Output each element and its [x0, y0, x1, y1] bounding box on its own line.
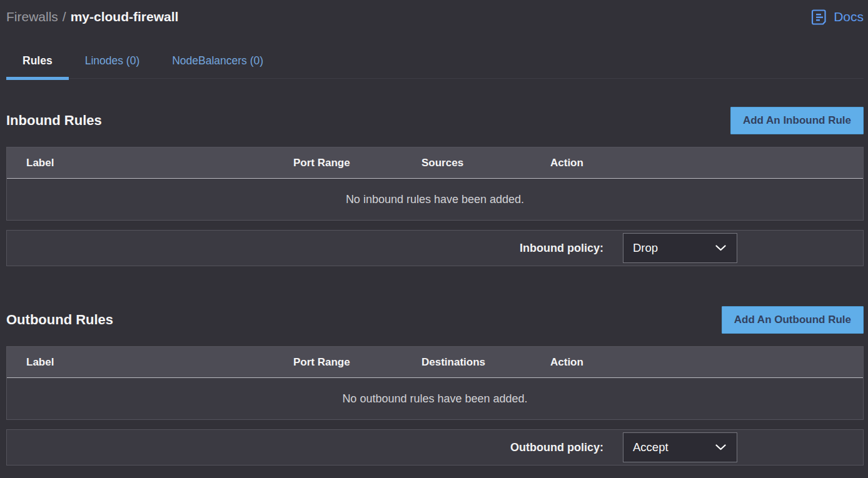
breadcrumb-firewalls-link[interactable]: Firewalls	[6, 9, 58, 24]
outbound-column-port-range: Port Range	[293, 356, 421, 369]
outbound-policy-select[interactable]: Accept	[623, 432, 737, 462]
add-outbound-rule-button[interactable]: Add An Outbound Rule	[722, 306, 864, 334]
outbound-rules-title: Outbound Rules	[6, 312, 113, 328]
tab-linodes[interactable]: Linodes (0)	[69, 53, 156, 78]
inbound-column-action: Action	[550, 157, 863, 169]
outbound-policy-label: Outbound policy:	[510, 441, 603, 454]
docs-link[interactable]: Docs	[811, 9, 864, 26]
chevron-down-icon	[715, 444, 726, 451]
breadcrumb: Firewalls / my-cloud-firewall	[6, 9, 178, 24]
inbound-column-label: Label	[7, 157, 293, 169]
inbound-table-header-row: Label Port Range Sources Action	[7, 147, 863, 179]
docs-label: Docs	[834, 9, 864, 24]
chevron-down-icon	[715, 245, 726, 251]
inbound-rules-table: Label Port Range Sources Action No inbou…	[6, 147, 864, 221]
inbound-policy-label: Inbound policy:	[520, 242, 603, 255]
outbound-policy-row: Outbound policy: Accept	[6, 429, 864, 466]
breadcrumb-separator: /	[63, 9, 66, 24]
tab-rules[interactable]: Rules	[6, 53, 69, 78]
inbound-policy-select[interactable]: Drop	[623, 233, 737, 263]
tab-nodebalancers[interactable]: NodeBalancers (0)	[156, 53, 280, 78]
inbound-column-sources: Sources	[421, 157, 550, 169]
inbound-rules-title: Inbound Rules	[6, 112, 102, 129]
inbound-section-header: Inbound Rules Add An Inbound Rule	[6, 107, 864, 134]
outbound-rules-section: Outbound Rules Add An Outbound Rule Labe…	[6, 306, 864, 466]
inbound-rules-section: Inbound Rules Add An Inbound Rule Label …	[6, 107, 864, 266]
inbound-policy-value: Drop	[633, 241, 658, 255]
outbound-empty-message: No outbound rules have been added.	[342, 392, 527, 406]
firewall-detail-page: Firewalls / my-cloud-firewall Docs Rules…	[0, 0, 868, 466]
top-bar: Firewalls / my-cloud-firewall Docs	[6, 0, 864, 26]
tab-bar: Rules Linodes (0) NodeBalancers (0)	[6, 53, 864, 79]
outbound-column-action: Action	[550, 356, 863, 369]
inbound-column-port-range: Port Range	[293, 157, 421, 169]
outbound-column-label: Label	[7, 356, 293, 369]
outbound-empty-row: No outbound rules have been added.	[7, 378, 863, 419]
docs-icon	[811, 9, 828, 26]
outbound-column-destinations: Destinations	[421, 356, 550, 369]
outbound-policy-value: Accept	[633, 441, 669, 454]
outbound-rules-table: Label Port Range Destinations Action No …	[6, 346, 864, 420]
outbound-table-header-row: Label Port Range Destinations Action	[7, 347, 863, 378]
inbound-empty-row: No inbound rules have been added.	[7, 179, 863, 220]
outbound-section-header: Outbound Rules Add An Outbound Rule	[6, 306, 864, 334]
inbound-policy-row: Inbound policy: Drop	[6, 230, 864, 266]
inbound-empty-message: No inbound rules have been added.	[346, 193, 524, 206]
add-inbound-rule-button[interactable]: Add An Inbound Rule	[730, 107, 864, 134]
breadcrumb-current-firewall: my-cloud-firewall	[71, 9, 179, 24]
